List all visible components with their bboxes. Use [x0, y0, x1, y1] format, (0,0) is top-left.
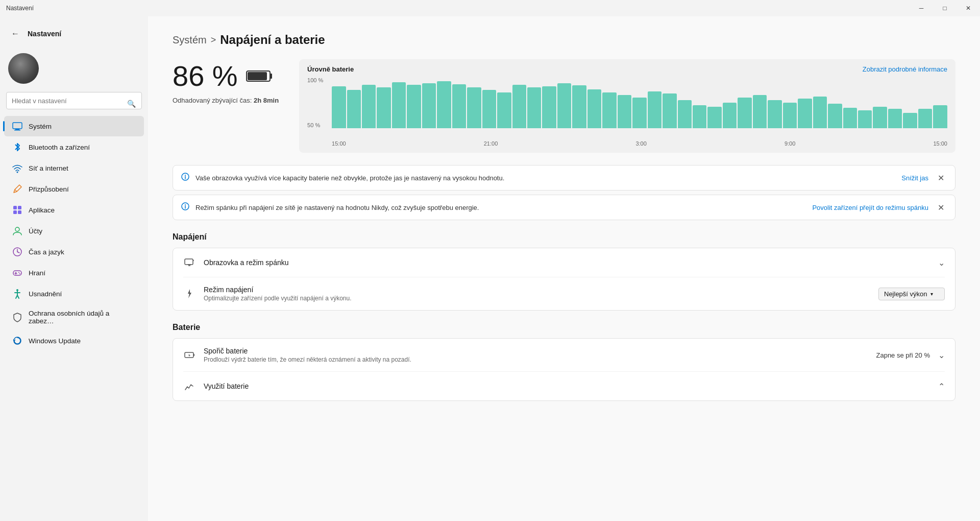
chart-bar	[843, 108, 857, 128]
chart-bar	[362, 85, 376, 128]
svg-line-12	[17, 252, 19, 253]
app-container: ← Nastavení 🔍 Systém Bluetooth a zařízen…	[0, 16, 980, 521]
breadcrumb-parent[interactable]: Systém	[173, 34, 207, 46]
close-button[interactable]: ✕	[957, 0, 980, 16]
battery-saver-icon	[183, 349, 195, 361]
chart-bar	[347, 90, 361, 128]
sidebar-item-privacy[interactable]: Ochrana osobních údajů a zabez…	[4, 304, 144, 330]
chart-x-label: 15:00	[332, 140, 346, 147]
maximize-button[interactable]: □	[933, 0, 957, 16]
svg-rect-5	[13, 206, 17, 209]
chart-bar	[828, 104, 842, 128]
setting-label-screen-sleep: Obrazovka a režim spánku	[204, 258, 930, 267]
main-content: Systém > Napájení a baterie 86 % Odhadov…	[148, 16, 980, 521]
battery-chart-container: Úrovně baterie Zobrazit podrobné informa…	[299, 59, 955, 153]
svg-rect-33	[185, 259, 193, 265]
sidebar-item-label-accessibility: Usnadnění	[29, 290, 62, 298]
chart-x-label: 9:00	[785, 140, 795, 147]
chart-bar	[497, 92, 511, 128]
sidebar-item-label-gaming: Hraní	[29, 269, 45, 277]
chart-title: Úrovně baterie	[307, 65, 354, 73]
back-button[interactable]: ←	[8, 27, 22, 41]
svg-point-17	[19, 273, 20, 274]
alert-text-brightness: Vaše obrazovka využívá více kapacity bat…	[195, 174, 895, 182]
search-input[interactable]	[6, 92, 142, 109]
sidebar-item-network[interactable]: Síť a internet	[4, 158, 144, 178]
winupdate-icon	[12, 336, 22, 346]
chart-bar	[918, 109, 932, 128]
chart-bar	[933, 105, 947, 128]
section-title-battery: Baterie	[173, 323, 955, 332]
alert-close-brightness[interactable]: ✕	[935, 172, 947, 184]
chevron-down-icon: ▾	[930, 291, 933, 297]
chevron-up-icon: ⌃	[938, 382, 945, 391]
chart-bar	[437, 81, 451, 128]
chart-bar	[888, 109, 902, 128]
chart-y-label-100: 100 %	[307, 77, 323, 83]
chart-bar	[587, 89, 601, 128]
minimize-button[interactable]: ─	[910, 0, 933, 16]
accessibility-icon	[12, 289, 22, 299]
power-mode-icon	[183, 288, 195, 300]
avatar	[8, 53, 39, 84]
svg-line-22	[17, 295, 19, 298]
screen-sleep-icon	[183, 256, 195, 269]
chart-bar	[572, 85, 586, 128]
bluetooth-icon	[12, 142, 22, 152]
chart-bar	[557, 83, 571, 128]
sidebar-item-apps[interactable]: Aplikace	[4, 200, 144, 220]
setting-row-screen-sleep[interactable]: Obrazovka a režim spánku ⌄	[173, 248, 955, 277]
accounts-icon	[12, 226, 22, 236]
chart-bar	[618, 95, 631, 128]
sidebar-item-accessibility[interactable]: Usnadnění	[4, 283, 144, 304]
alert-close-sleep[interactable]: ✕	[935, 201, 947, 214]
setting-row-battery-saver[interactable]: Spořič baterie Prodlouží výdrž baterie t…	[173, 339, 955, 371]
search-icon[interactable]: 🔍	[125, 98, 138, 110]
chart-bar	[678, 100, 692, 128]
setting-row-battery-usage[interactable]: Využití baterie ⌃	[173, 372, 955, 400]
chart-y-label-50: 50 %	[307, 122, 323, 128]
alert-link-sleep[interactable]: Povolit zařízení přejít do režimu spánku	[812, 204, 928, 211]
chart-bar	[542, 86, 556, 128]
gaming-icon	[12, 268, 22, 278]
sidebar-item-gaming[interactable]: Hraní	[4, 263, 144, 283]
titlebar: Nastavení ─ □ ✕	[0, 0, 980, 16]
apps-icon	[12, 205, 22, 215]
sidebar-item-label-system: Systém	[29, 123, 52, 130]
battery-percent-container: 86 %	[173, 59, 279, 92]
sidebar-item-label-network: Síť a internet	[29, 164, 68, 172]
system-icon	[12, 121, 22, 131]
sidebar-nav: Systém Bluetooth a zařízení Síť a intern…	[0, 115, 148, 515]
svg-point-29	[185, 175, 186, 176]
chart-link[interactable]: Zobrazit podrobné informace	[863, 65, 947, 73]
power-mode-dropdown[interactable]: Nejlepší výkon ▾	[878, 288, 945, 300]
sidebar-item-personalize[interactable]: Přizpůsobení	[4, 179, 144, 199]
chart-bar	[813, 97, 827, 128]
sidebar-item-label-privacy: Ochrana osobních údajů a zabez…	[29, 310, 136, 325]
chart-bar	[648, 91, 662, 128]
alert-info-icon	[181, 202, 189, 212]
setting-row-power-mode[interactable]: Režim napájení Optimalizujte zařízení po…	[173, 277, 955, 310]
chart-bar	[467, 87, 481, 128]
chart-bar	[798, 99, 812, 128]
alert-link-brightness[interactable]: Snížit jas	[901, 174, 928, 182]
sidebar-item-winupdate[interactable]: Windows Update	[4, 330, 144, 351]
svg-rect-25	[270, 74, 272, 79]
sidebar-item-time[interactable]: Čas a jazyk	[4, 242, 144, 262]
chart-x-labels: 15:0021:003:009:0015:00	[332, 140, 947, 147]
breadcrumb-current: Napájení a baterie	[220, 33, 325, 47]
chart-bar	[407, 85, 421, 128]
setting-info-battery-saver: Spořič baterie Prodlouží výdrž baterie t…	[204, 347, 868, 363]
sidebar-item-system[interactable]: Systém	[4, 116, 144, 136]
alert-info-icon	[181, 173, 189, 183]
sidebar-header: ← Nastavení	[0, 22, 148, 49]
network-icon	[12, 163, 22, 173]
sidebar-item-accounts[interactable]: Účty	[4, 221, 144, 241]
avatar-image	[8, 53, 39, 84]
chart-bar	[632, 98, 646, 128]
chart-bar	[707, 107, 721, 128]
breadcrumb-separator: >	[211, 35, 216, 45]
sidebar-item-bluetooth[interactable]: Bluetooth a zařízení	[4, 137, 144, 157]
svg-rect-1	[15, 129, 19, 130]
svg-rect-2	[14, 130, 20, 131]
